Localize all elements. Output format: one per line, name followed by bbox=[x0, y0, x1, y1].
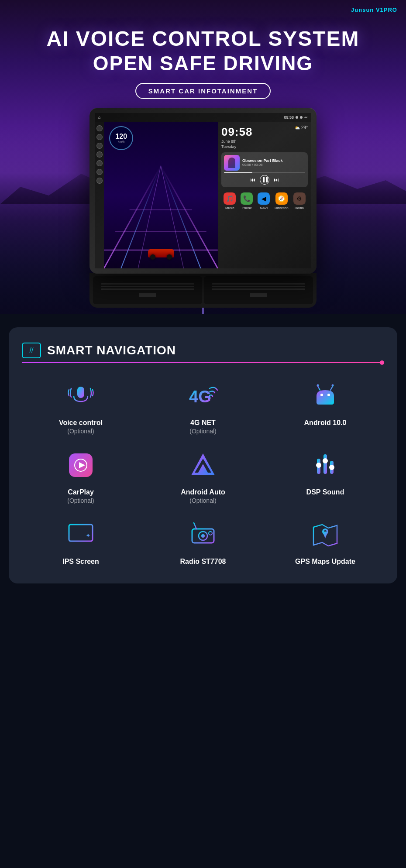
ips-icon: ✦ bbox=[63, 517, 98, 552]
app-navi[interactable]: ◀ NAVI bbox=[258, 192, 270, 210]
music-time: 00:58 / 03:06 bbox=[242, 163, 283, 167]
app-direction[interactable]: 🧭 Direction bbox=[275, 192, 289, 210]
4g-sublabel: (Optional) bbox=[189, 428, 216, 435]
vent-line bbox=[212, 286, 305, 287]
dsp-icon bbox=[308, 448, 343, 483]
vent-line bbox=[212, 288, 305, 290]
android-auto-icon bbox=[186, 448, 220, 483]
app-music[interactable]: 🎵 Music bbox=[224, 192, 236, 210]
status-time: 09:58 bbox=[284, 115, 294, 120]
music-controls: ⏮ ▐▐ ⏭ bbox=[224, 175, 305, 185]
ips-label: IPS Screen bbox=[62, 557, 99, 566]
feature-ips: ✦ IPS Screen bbox=[22, 517, 140, 566]
gps-icon bbox=[308, 517, 343, 552]
feature-android: Android 10.0 bbox=[266, 378, 384, 435]
svg-point-30 bbox=[323, 458, 328, 463]
svg-line-40 bbox=[194, 523, 196, 529]
feature-carplay: CarPlay (Optional) bbox=[22, 448, 140, 504]
music-top: Obsession Part Black 00:58 / 03:06 bbox=[224, 155, 305, 171]
voice-label: Voice control bbox=[59, 419, 103, 428]
music-card: Obsession Part Black 00:58 / 03:06 ⏮ ▐▐ bbox=[221, 152, 308, 187]
prev-button[interactable]: ⏮ bbox=[250, 177, 255, 183]
hero-badge: SMART CAR INFOTAINMENT bbox=[135, 83, 271, 99]
svg-point-43 bbox=[209, 532, 212, 535]
time-weather-row: 09:58 June 8th Tuesday ⛅ 28° bbox=[221, 125, 308, 150]
stereo-mockup: ⌂ 09:58 ↩ bbox=[89, 108, 317, 274]
side-btn-3 bbox=[96, 143, 103, 149]
voice-control-icon bbox=[63, 378, 98, 413]
direction-label: Direction bbox=[275, 206, 289, 210]
app-phone[interactable]: 📞 Phone bbox=[241, 192, 253, 210]
side-btn-6 bbox=[96, 169, 103, 175]
album-figure bbox=[228, 158, 235, 168]
navi-label: NAVI bbox=[260, 206, 268, 210]
4g-svg: 4G bbox=[188, 381, 218, 411]
android-label: Android 10.0 bbox=[304, 419, 347, 428]
radio-feature-icon bbox=[186, 517, 220, 552]
vent-line bbox=[101, 283, 194, 285]
dsp-label: DSP Sound bbox=[306, 488, 344, 497]
weather-info: ⛅ 28° bbox=[295, 125, 308, 130]
vent-right bbox=[204, 276, 313, 304]
date-info: June 8th Tuesday bbox=[221, 139, 253, 150]
svg-line-15 bbox=[330, 386, 333, 390]
section-icon: // bbox=[30, 347, 34, 354]
voice-svg bbox=[65, 381, 96, 411]
svg-text:4G: 4G bbox=[189, 388, 211, 406]
voice-sublabel: (Optional) bbox=[59, 428, 103, 435]
screen-main: 120 km/h bbox=[95, 122, 311, 268]
nav-section: // SMART NAVIGATION bbox=[9, 327, 397, 583]
dsp-svg bbox=[310, 450, 341, 480]
car-body bbox=[148, 249, 174, 257]
direction-icon: 🧭 bbox=[275, 192, 288, 205]
next-button[interactable]: ⏭ bbox=[274, 177, 279, 183]
album-art bbox=[224, 155, 240, 171]
side-btn-4 bbox=[96, 151, 103, 158]
svg-point-13 bbox=[209, 397, 211, 399]
ips-svg: ✦ bbox=[65, 519, 96, 550]
feature-radio: Radio ST7708 bbox=[144, 517, 262, 566]
app-icons-row: 🎵 Music 📞 Phone ◀ NAVI bbox=[221, 191, 308, 212]
feature-4g: 4G 4G NET (Optional) bbox=[144, 378, 262, 435]
feature-android-auto: Android Auto (Optional) bbox=[144, 448, 262, 504]
hero-title-line2: OPEN SAFE DRIVING bbox=[46, 51, 359, 75]
stereo-bottom-vents bbox=[89, 273, 317, 308]
section-divider bbox=[22, 362, 384, 363]
carplay-svg bbox=[65, 450, 96, 480]
vent-line bbox=[212, 283, 305, 285]
cloud-icon: ⛅ bbox=[295, 125, 300, 130]
app-radio[interactable]: ⚙ Radio bbox=[293, 192, 306, 210]
screen-content: ⌂ 09:58 ↩ bbox=[95, 113, 311, 268]
svg-text:✦: ✦ bbox=[86, 532, 91, 539]
radio-svg bbox=[188, 519, 218, 550]
android-icon bbox=[308, 378, 343, 413]
status-bar: ⌂ 09:58 ↩ bbox=[95, 113, 311, 122]
phone-icon: 📞 bbox=[241, 192, 253, 205]
svg-rect-9 bbox=[77, 387, 84, 398]
svg-rect-27 bbox=[323, 454, 327, 474]
home-icon: ⌂ bbox=[98, 115, 100, 120]
neon-road-svg bbox=[104, 122, 218, 268]
radio-label: Radio bbox=[295, 206, 304, 210]
android-svg bbox=[310, 381, 341, 411]
stereo-outer: ⌂ 09:58 ↩ bbox=[89, 108, 317, 274]
play-button[interactable]: ▐▐ bbox=[260, 175, 269, 185]
left-side-bar bbox=[95, 122, 104, 268]
svg-point-16 bbox=[317, 384, 319, 387]
feature-gps: GPS Maps Update bbox=[266, 517, 384, 566]
auto-sublabel: (Optional) bbox=[181, 497, 225, 504]
auto-svg bbox=[188, 450, 218, 480]
gps-svg bbox=[310, 519, 341, 550]
svg-point-31 bbox=[329, 465, 334, 470]
screen-animation: 120 km/h bbox=[104, 122, 218, 268]
hero-title-line1: AI VOICE CONTROL SYSTEM bbox=[46, 26, 359, 51]
4g-icon: 4G bbox=[186, 378, 220, 413]
carplay-icon bbox=[63, 448, 98, 483]
svg-point-17 bbox=[332, 384, 334, 387]
radio-icon: ⚙ bbox=[293, 192, 306, 205]
feature-voice-control: Voice control (Optional) bbox=[22, 378, 140, 435]
auto-label: Android Auto bbox=[181, 488, 225, 497]
vent-handle bbox=[250, 293, 267, 297]
hero-title: AI VOICE CONTROL SYSTEM OPEN SAFE DRIVIN… bbox=[46, 26, 359, 75]
car-silhouette bbox=[148, 249, 174, 260]
